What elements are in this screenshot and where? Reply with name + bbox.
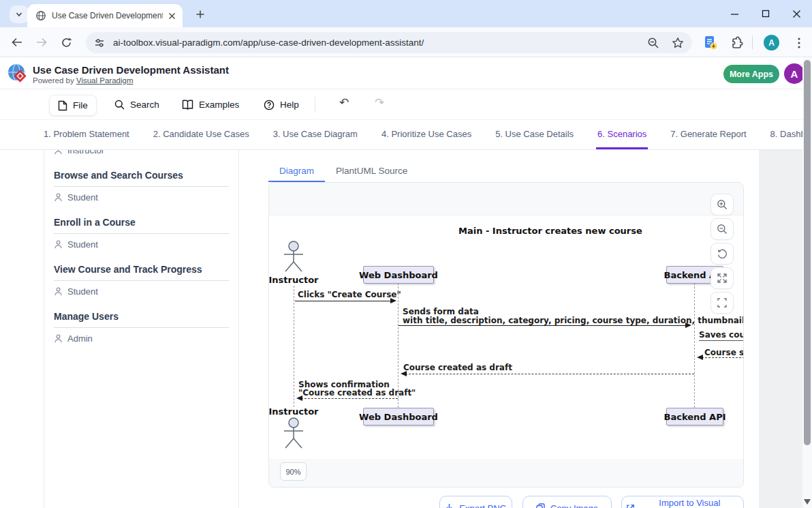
step-tab-candidate-use-cases[interactable]: 2. Candidate Use Cases [152, 120, 251, 149]
browser-window: Use Case Driven Development A ai-toolbox… [0, 0, 812, 508]
visual-paradigm-link[interactable]: Visual Paradigm [76, 76, 134, 85]
forward-icon [35, 37, 48, 48]
browser-tab[interactable]: Use Case Driven Development A [27, 4, 183, 27]
window-close-button[interactable] [787, 5, 805, 22]
browser-menu-button[interactable] [792, 35, 807, 51]
sequence-diagram-canvas[interactable]: Main - Instructor creates new course Ins… [269, 215, 744, 459]
person-icon [54, 287, 63, 296]
tab-diagram[interactable]: Diagram [268, 160, 325, 182]
close-icon [792, 10, 801, 18]
page-gutter [759, 150, 802, 508]
participant-box-web-dashboard-top: Web Dashboard [363, 266, 434, 284]
reload-icon [61, 37, 72, 48]
return-arrow [301, 398, 398, 399]
export-png-button[interactable]: Export PNG [439, 496, 512, 508]
tab-close-icon[interactable] [168, 12, 176, 20]
plus-icon [196, 10, 205, 19]
new-tab-button[interactable] [192, 6, 208, 23]
docs-download-icon[interactable] [703, 35, 718, 50]
zoom-level-badge: 90% [280, 462, 307, 481]
bookmark-star-icon[interactable] [672, 37, 684, 49]
redo-button[interactable]: ↷ [375, 95, 384, 109]
scrollbar-down-arrow[interactable] [804, 499, 811, 505]
fullscreen-button[interactable] [710, 292, 734, 314]
message-arrow [399, 325, 687, 326]
search-menu-button[interactable]: Search [106, 95, 168, 115]
tab-title: Use Case Driven Development A [52, 11, 163, 20]
use-case-title-view-track[interactable]: View Course and Track Progress [54, 264, 229, 281]
step-tab-use-case-details[interactable]: 5. Use Case Details [494, 120, 575, 149]
help-menu-button[interactable]: Help [255, 95, 307, 115]
undo-button[interactable]: ↶ [339, 95, 349, 109]
person-icon [54, 334, 63, 343]
lifeline-instructor [294, 286, 294, 407]
step-tab-problem-statement[interactable]: 1. Problem Statement [42, 120, 131, 149]
file-icon [58, 100, 67, 111]
minimize-icon [730, 10, 739, 18]
expand-button[interactable] [710, 267, 734, 289]
extensions-puzzle-icon[interactable] [730, 36, 743, 49]
zoom-in-button[interactable] [710, 194, 734, 215]
browser-titlebar: Use Case Driven Development A [0, 0, 812, 27]
window-maximize-button[interactable] [757, 5, 775, 22]
message-saves-course: Saves course [699, 330, 744, 340]
browser-profile-avatar[interactable]: A [764, 35, 779, 50]
use-case-actor: Student [54, 239, 229, 250]
arrowhead [401, 371, 407, 376]
use-case-title-enroll[interactable]: Enroll in a Course [54, 217, 229, 234]
actor-figure-bottom [280, 417, 307, 451]
reload-button[interactable] [57, 34, 75, 50]
tab-plantuml-source[interactable]: PlantUML Source [325, 160, 418, 182]
url-bar[interactable]: ai-toolbox.visual-paradigm.com/app/use-c… [86, 32, 692, 53]
tab-search-chevron-button[interactable] [10, 5, 29, 23]
expand-icon [717, 273, 728, 284]
lifeline-backend-api [694, 283, 695, 408]
fullscreen-icon [717, 297, 728, 308]
window-minimize-button[interactable] [725, 5, 743, 22]
url-text[interactable]: ai-toolbox.visual-paradigm.com/app/use-c… [113, 38, 647, 48]
person-icon [54, 193, 63, 202]
app-user-avatar[interactable]: A [784, 63, 805, 84]
site-info-icon[interactable] [94, 38, 105, 48]
page-scrollbar-thumb[interactable] [804, 60, 811, 445]
step-tab-use-case-diagram[interactable]: 3. Use Case Diagram [272, 120, 359, 149]
chevron-down-icon [15, 10, 23, 18]
diagram-tab-bar: Diagram PlantUML Source [268, 160, 418, 182]
search-icon [114, 100, 125, 110]
message-sends-form-data-line1: Sends form data [403, 307, 479, 316]
zoom-in-icon [717, 199, 728, 210]
arrowhead [697, 355, 703, 360]
step-tab-scenarios[interactable]: 6. Scenarios [596, 120, 648, 149]
import-to-visual-paradigm-button[interactable]: Import to Visual Paradigm [621, 496, 744, 508]
arrowhead [296, 395, 302, 401]
participant-box-backend-api-bottom: Backend API [666, 408, 723, 425]
forward-button[interactable] [33, 34, 50, 50]
message-arrow-clipped [699, 340, 744, 341]
zoom-out-page-icon[interactable] [647, 37, 659, 49]
zoom-out-icon [717, 224, 728, 235]
message-shows-confirmation-line2: "Course created as draft" [298, 388, 416, 398]
book-icon [182, 100, 193, 110]
step-tab-generate-report[interactable]: 7. Generate Report [669, 120, 747, 149]
examples-menu-button[interactable]: Examples [174, 95, 247, 115]
message-sends-form-data-line2: with title, description, category, prici… [403, 316, 744, 325]
list-item-actor-overflow: Instructor [54, 150, 229, 155]
use-case-title-browse-search[interactable]: Browse and Search Courses [54, 170, 229, 187]
back-button[interactable] [8, 34, 26, 50]
more-apps-button[interactable]: More Apps [723, 65, 779, 83]
copy-image-button[interactable]: Copy Image [522, 496, 612, 508]
powered-by: Powered by Visual Paradigm [33, 76, 133, 85]
participant-label-instructor-top: Instructor [268, 275, 321, 285]
step-tab-prioritize-use-cases[interactable]: 4. Prioritize Use Cases [380, 120, 473, 149]
use-case-actor: Student [54, 192, 229, 203]
file-menu-button[interactable]: File [49, 95, 97, 116]
reset-view-button[interactable] [710, 243, 734, 265]
use-case-title-manage-users[interactable]: Manage Users [54, 311, 229, 328]
reset-icon [717, 248, 728, 259]
zoom-out-button[interactable] [710, 218, 734, 240]
message-course-created-as-draft: Course created as draft [403, 363, 512, 372]
use-case-sidebar: Instructor Browse and Search Courses Stu… [44, 150, 239, 508]
help-icon [264, 100, 275, 110]
step-nav: 1. Problem Statement 2. Candidate Use Ca… [0, 120, 812, 150]
visual-paradigm-logo [7, 63, 28, 84]
